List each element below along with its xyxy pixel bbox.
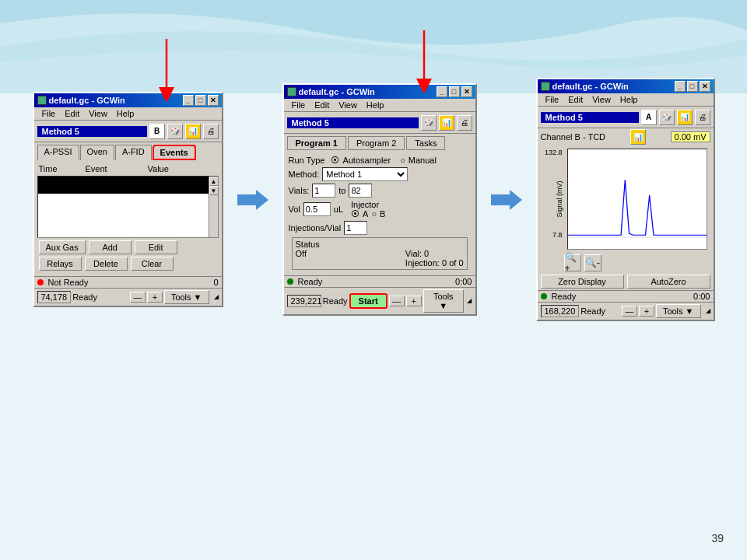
tools-btn-3[interactable]: Tools ▼: [656, 304, 701, 318]
maximize-button-1[interactable]: □: [195, 95, 206, 106]
aux-gas-button[interactable]: Aux Gas: [39, 240, 86, 254]
toolbar-icon-print-2[interactable]: 🖨: [457, 115, 472, 131]
tab-oven[interactable]: Oven: [80, 145, 114, 160]
menu-file-2[interactable]: File: [287, 100, 310, 110]
toolbar-icon-chart-2[interactable]: 📊: [439, 115, 454, 131]
injector-b-radio[interactable]: ○: [371, 209, 377, 219]
start-button[interactable]: Start: [349, 293, 388, 309]
plus-btn-1[interactable]: +: [147, 292, 163, 303]
toolbar-icon-a-3[interactable]: A: [641, 110, 657, 125]
minimize-button-3[interactable]: _: [675, 81, 686, 92]
tab-apssi[interactable]: A-PSSI: [37, 145, 79, 160]
close-button-2[interactable]: ✕: [461, 86, 472, 97]
off-text: Off: [296, 249, 307, 268]
menu-help-3[interactable]: Help: [615, 94, 643, 105]
dialog-3-title: default.gc - GCWin: [552, 82, 629, 91]
red-arrow-1: [143, 39, 190, 101]
menu-view-2[interactable]: View: [334, 100, 362, 110]
scrollbar-v[interactable]: ▲ ▼: [209, 177, 218, 237]
status-bar-2: Ready 0:00: [284, 275, 475, 287]
injection-info: Injection: 0 of 0: [405, 258, 464, 268]
dialog-1-app-icon: [37, 96, 47, 105]
zoom-in-button[interactable]: 🔍+: [564, 254, 581, 271]
add-button[interactable]: Add: [89, 240, 132, 254]
autozero-button[interactable]: AutoZero: [627, 275, 710, 289]
ready-text-2: Ready: [298, 277, 323, 286]
injections-input[interactable]: [344, 221, 367, 235]
ready-text-3: Ready: [552, 292, 577, 301]
vol-unit: uL: [334, 205, 343, 214]
edit-button[interactable]: Edit: [135, 240, 177, 254]
vial-value: 0: [424, 249, 429, 258]
method-label-1: Method 5: [37, 126, 147, 137]
close-button-1[interactable]: ✕: [208, 95, 219, 106]
plus-btn-3[interactable]: +: [639, 306, 654, 317]
method-select[interactable]: Method 1: [322, 167, 408, 181]
maximize-button-3[interactable]: □: [687, 81, 698, 92]
prog-tab-tasks[interactable]: Tasks: [406, 136, 445, 150]
autosampler-radio[interactable]: ⦿: [331, 156, 339, 165]
y-min: 7.8: [552, 231, 563, 239]
toolbar-icon-dice-2[interactable]: 🎲: [421, 115, 437, 131]
events-table-header: Time Event Value: [37, 163, 219, 174]
chart-icon-3[interactable]: 📊: [630, 129, 646, 145]
vol-input[interactable]: [303, 202, 331, 216]
col-event: Event: [86, 164, 148, 173]
menu-edit-2[interactable]: Edit: [310, 100, 334, 110]
menu-help-2[interactable]: Help: [362, 100, 389, 110]
toolbar-icon-chart-1[interactable]: 📊: [185, 124, 201, 139]
tab-strip-1: A-PSSI Oven A-FID Events: [34, 142, 222, 160]
plus-btn-2[interactable]: +: [406, 296, 422, 306]
y-max: 132.8: [545, 149, 563, 156]
bottom-toolbar-2: 239,221 Ready Start — + Tools ▼ ◢: [284, 287, 475, 314]
menu-view-1[interactable]: View: [84, 108, 112, 119]
injector-label: Injector: [351, 200, 385, 209]
menu-file-1[interactable]: File: [37, 108, 61, 119]
menu-edit-3[interactable]: Edit: [563, 94, 587, 105]
toolbar-icon-chart-3[interactable]: 📊: [677, 110, 693, 125]
toolbar-icon-b-1[interactable]: B: [149, 124, 165, 139]
not-ready-text: Not Ready: [48, 278, 89, 287]
vials-label: Vials:: [289, 186, 310, 195]
status-dot-1: [37, 279, 44, 285]
maximize-button-2[interactable]: □: [449, 86, 460, 97]
tools-btn-2[interactable]: Tools ▼: [423, 289, 464, 313]
vials-from-input[interactable]: [312, 184, 335, 198]
toolbar-icon-dice-1[interactable]: 🎲: [167, 124, 183, 139]
prog-tab-2[interactable]: Program 2: [348, 136, 405, 150]
minus-btn-1[interactable]: —: [130, 292, 146, 303]
clear-button[interactable]: Clear: [131, 257, 174, 271]
menu-help-1[interactable]: Help: [112, 108, 139, 119]
menu-edit-1[interactable]: Edit: [60, 108, 84, 119]
toolbar-icon-print-1[interactable]: 🖨: [203, 124, 219, 139]
tab-events[interactable]: Events: [153, 145, 196, 160]
minus-btn-2[interactable]: —: [389, 296, 405, 306]
dialog-1: default.gc - GCWin _ □ ✕ File Edit View …: [33, 92, 223, 307]
menu-file-3[interactable]: File: [541, 94, 564, 105]
toolbar-icon-print-3[interactable]: 🖨: [695, 110, 710, 125]
resize-corner-3: ◢: [703, 307, 710, 315]
time-value-2: 0:00: [455, 277, 472, 286]
prog-tab-1[interactable]: Program 1: [287, 136, 346, 150]
zoom-out-button[interactable]: 🔍-: [584, 254, 601, 271]
tools-btn-1[interactable]: Tools ▼: [164, 290, 209, 304]
scroll-down-btn[interactable]: ▼: [209, 186, 219, 195]
menu-view-3[interactable]: View: [587, 94, 615, 105]
scroll-up-btn[interactable]: ▲: [209, 177, 219, 186]
vials-to-input[interactable]: [349, 184, 372, 198]
chart-area: [567, 149, 707, 250]
status-section: Status Off Vial: 0 Injection: 0 of 0: [292, 237, 468, 270]
status-bar-1: Not Ready 0: [34, 276, 222, 288]
minus-btn-3[interactable]: —: [622, 306, 637, 317]
status-row: Off Vial: 0 Injection: 0 of 0: [296, 249, 464, 268]
zero-display-button[interactable]: Zero Display: [541, 275, 624, 289]
delete-button[interactable]: Delete: [85, 257, 128, 271]
manual-radio[interactable]: ○: [400, 156, 405, 165]
relays-button[interactable]: Relays: [39, 257, 82, 271]
toolbar-icon-dice-3[interactable]: 🎲: [659, 110, 675, 125]
tab-afid[interactable]: A-FID: [115, 145, 152, 160]
col-value: Value: [148, 164, 210, 173]
injector-b-label: B: [380, 209, 385, 219]
injector-a-radio[interactable]: ⦿: [351, 209, 359, 219]
close-button-3[interactable]: ✕: [700, 81, 710, 92]
